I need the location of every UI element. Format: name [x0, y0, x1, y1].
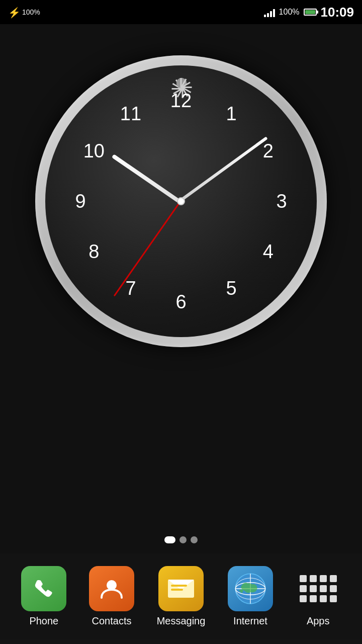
status-time: 10:09 [321, 5, 354, 20]
clock-number-8: 8 [81, 239, 107, 264]
internet-icon [228, 566, 273, 611]
dock-item-apps[interactable]: Apps [296, 566, 341, 627]
clock-number-12: 12 [168, 88, 194, 113]
apps-icon [296, 566, 341, 611]
minute-hand [178, 136, 267, 202]
clock-tick [180, 78, 182, 88]
messaging-icon [158, 566, 204, 611]
page-dot-3 [191, 536, 198, 543]
phone-icon [21, 566, 66, 611]
status-right: 100% 10:09 [264, 5, 354, 20]
contacts-label: Contacts [92, 615, 132, 627]
battery-percent-text: 100% [279, 8, 300, 17]
internet-label: Internet [233, 615, 267, 627]
page-dot-2 [179, 536, 187, 543]
battery-icon [304, 9, 317, 16]
hour-hand [112, 154, 180, 203]
svg-rect-4 [171, 589, 183, 591]
clock-outer-ring: 111098765432112 [35, 55, 327, 347]
dock: Phone Contacts Messaging [0, 553, 362, 644]
dock-item-contacts[interactable]: Contacts [89, 566, 134, 627]
clock-center-dot [177, 197, 185, 205]
page-indicator [164, 536, 198, 543]
messaging-label: Messaging [157, 615, 206, 627]
clock-widget[interactable]: 111098765432112 [35, 55, 327, 347]
clock-number-9: 9 [68, 189, 93, 214]
contacts-icon [89, 566, 134, 611]
apps-label: Apps [307, 615, 330, 627]
battery-fill [305, 10, 315, 14]
clock-number-5: 5 [219, 276, 244, 301]
dock-item-messaging[interactable]: Messaging [157, 566, 206, 627]
clock-number-7: 7 [118, 276, 143, 301]
clock-number-11: 11 [118, 102, 143, 127]
clock-number-4: 4 [255, 239, 281, 264]
signal-bars-icon [264, 7, 275, 17]
clock-number-3: 3 [269, 189, 294, 214]
second-hand [113, 201, 180, 296]
status-bar: ⚡ 100% 100% 10:09 [0, 0, 362, 24]
battery-percent-small: 100% [22, 8, 40, 16]
status-left: ⚡ 100% [8, 7, 40, 18]
usb-icon: ⚡ [8, 7, 17, 18]
page-dot-1 [164, 536, 175, 543]
dock-item-phone[interactable]: Phone [21, 566, 66, 627]
clock-number-1: 1 [219, 102, 244, 127]
dock-item-internet[interactable]: Internet [228, 566, 273, 627]
phone-label: Phone [29, 615, 58, 627]
clock-number-6: 6 [168, 289, 194, 314]
apps-grid [296, 571, 341, 606]
clock-number-10: 10 [81, 138, 107, 164]
svg-rect-3 [171, 585, 187, 587]
clock-face: 111098765432112 [45, 65, 317, 337]
